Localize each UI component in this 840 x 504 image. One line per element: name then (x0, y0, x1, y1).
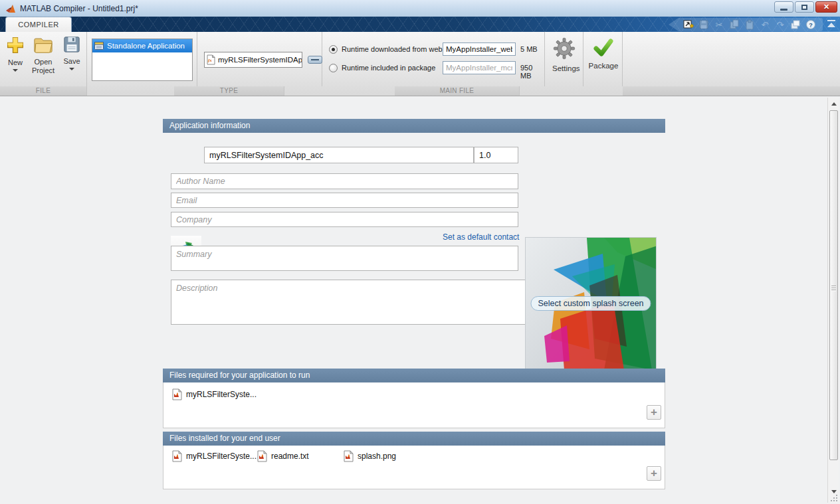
maximize-button[interactable] (795, 1, 814, 13)
app-name-input[interactable] (204, 147, 474, 163)
save-icon[interactable] (697, 19, 710, 31)
app-version-input[interactable] (474, 147, 518, 163)
tab-compiler[interactable]: COMPILER (5, 17, 72, 32)
new-dropdown-arrow (13, 69, 18, 72)
email-input[interactable] (171, 193, 518, 208)
vertical-scrollbar[interactable] (827, 98, 839, 503)
type-listbox[interactable]: Standalone Application (92, 39, 193, 81)
package-button[interactable]: Package (588, 39, 619, 70)
minimize-button[interactable] (774, 1, 793, 13)
installer-web-name-input[interactable] (443, 42, 516, 56)
save-floppy-icon (63, 36, 80, 53)
compiler-ribbon: New Open Project Save (0, 32, 840, 96)
open-project-button[interactable]: Open Project (28, 36, 58, 75)
package-check-icon (593, 39, 613, 57)
save-button[interactable]: Save (61, 36, 82, 70)
save-button-label: Save (61, 57, 82, 66)
summary-textarea[interactable] (171, 246, 518, 271)
file-label: readme.txt (271, 452, 309, 461)
close-icon: ✕ (823, 3, 829, 11)
files-required-body: myRLSFilterSyste... + (163, 382, 665, 428)
web-size-label: 5 MB (520, 45, 538, 53)
files-installed-body: myRLSFilterSyste... readme.txt s (163, 446, 665, 489)
help-icon[interactable]: ? (804, 19, 817, 31)
set-default-contact-link[interactable]: Set as default contact (443, 232, 519, 242)
ribbon-tab-band: COMPILER ✂ ↶ ↷ ? (0, 17, 840, 32)
select-splash-screen-button[interactable]: Select custom splash screen (530, 296, 651, 311)
runtime-package-row: Runtime included in package (329, 61, 435, 74)
type-group: Standalone Application TYPE (87, 32, 197, 86)
collapse-ribbon-icon (827, 20, 835, 21)
standalone-app-icon (94, 42, 104, 50)
gear-icon (553, 37, 576, 60)
scroll-up-icon (831, 102, 837, 106)
function-file-icon: fx (207, 54, 215, 65)
undo-icon[interactable]: ↶ (758, 19, 772, 31)
scroll-down-icon (831, 490, 837, 493)
open-folder-icon (33, 36, 53, 54)
redo-icon[interactable]: ↷ (774, 19, 787, 31)
remove-main-file-button[interactable] (308, 56, 322, 64)
cut-icon[interactable]: ✂ (712, 19, 726, 31)
type-option-label: Standalone Application (107, 42, 185, 50)
settings-group: Settings SETTINGS (545, 32, 583, 86)
collapse-ribbon-button[interactable] (827, 20, 836, 28)
paste-icon[interactable] (743, 19, 756, 31)
open-project-label: Open Project (28, 58, 58, 75)
author-name-input[interactable] (171, 173, 518, 189)
add-installed-file-button[interactable]: + (647, 466, 661, 481)
installer-mcr-name-input[interactable] (443, 61, 516, 74)
main-file-group-label: MAIN FILE (395, 86, 520, 96)
file-label: myRLSFilterSyste... (186, 452, 257, 461)
scrollbar-thumb[interactable] (829, 110, 838, 460)
file-item-required-0[interactable]: myRLSFilterSyste... (172, 388, 257, 400)
file-label: splash.png (358, 452, 396, 461)
window-title: MATLAB Compiler - Untitled1.prj* (20, 4, 138, 13)
company-input[interactable] (171, 212, 518, 227)
runtime-package-radio[interactable] (329, 64, 338, 72)
file-item-installed-0[interactable]: myRLSFilterSyste... (172, 450, 257, 462)
main-file-name: myRLSFilterSystemIDApp (218, 56, 302, 64)
add-required-file-button[interactable]: + (647, 405, 661, 420)
runtime-web-radio[interactable] (329, 45, 338, 54)
runtime-web-label: Runtime downloaded from web (342, 45, 443, 53)
main-file-group: fx myRLSFilterSystemIDApp MAIN FILE (197, 32, 322, 86)
save-dropdown-arrow (69, 68, 74, 70)
file-item-installed-1[interactable]: readme.txt (257, 450, 309, 462)
matlab-file-icon (172, 450, 182, 462)
file-group: New Open Project Save (0, 32, 87, 86)
minimize-icon (780, 9, 788, 11)
package-button-label: Package (588, 62, 619, 70)
resize-grip[interactable] (830, 495, 838, 503)
matlab-file-icon (172, 388, 182, 400)
package-group: Package PACKAGE (583, 32, 623, 86)
settings-button[interactable]: Settings (552, 37, 576, 72)
quick-access-toolbar: ✂ ↶ ↷ ? (669, 18, 823, 31)
ribbon-footer-spacer (623, 86, 840, 96)
copy-icon[interactable] (728, 19, 741, 31)
export-project-icon[interactable] (682, 19, 695, 31)
project-content-area: Application information Set as default c… (0, 97, 827, 504)
svg-text:fx: fx (208, 58, 212, 63)
runtime-web-row: Runtime downloaded from web (329, 42, 443, 56)
windows-layout-icon[interactable] (789, 19, 802, 31)
file-item-installed-2[interactable]: splash.png (344, 450, 396, 462)
close-button[interactable]: ✕ (815, 1, 837, 13)
file-label: myRLSFilterSyste... (186, 390, 257, 399)
type-option-standalone[interactable]: Standalone Application (92, 39, 192, 52)
scroll-up-button[interactable] (829, 98, 839, 109)
collapse-ribbon-arrow (827, 23, 835, 27)
main-file-field[interactable]: fx myRLSFilterSystemIDApp (204, 52, 302, 68)
mcr-size-label: 950 MB (520, 64, 544, 80)
runtime-package-label: Runtime included in package (342, 64, 435, 72)
application-information-header: Application information (163, 119, 665, 133)
matlab-compiler-window: MATLAB Compiler - Untitled1.prj* ✕ COMPI… (0, 0, 840, 504)
packaging-options-group: Runtime downloaded from web 5 MB Runtime… (322, 32, 545, 86)
splash-screen-preview: Select custom splash screen (525, 237, 657, 369)
matlab-logo-icon (5, 4, 16, 13)
image-file-icon (344, 450, 354, 462)
file-group-label: FILE (0, 86, 87, 96)
title-bar[interactable]: MATLAB Compiler - Untitled1.prj* ✕ (0, 0, 840, 17)
type-group-label: TYPE (174, 86, 284, 96)
new-button[interactable]: New (3, 36, 28, 72)
